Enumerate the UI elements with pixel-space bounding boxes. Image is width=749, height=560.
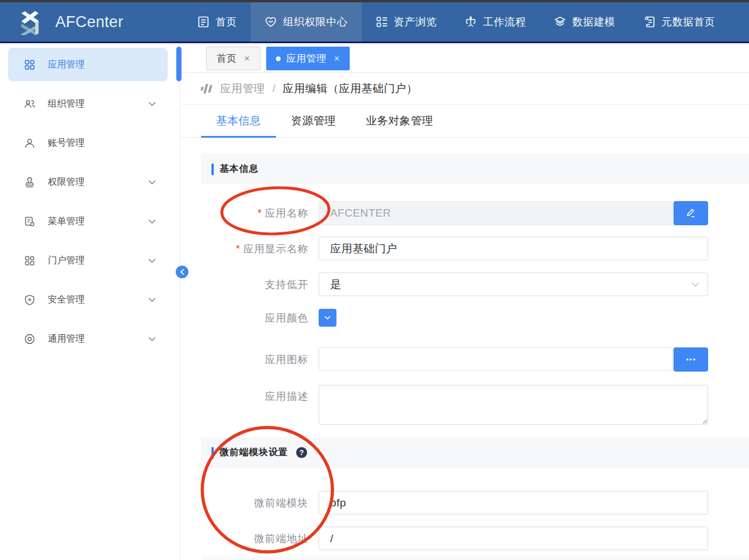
shield-plus-icon	[24, 294, 36, 306]
top-navigation: 首页 组织权限中心 资产浏览	[183, 2, 729, 41]
low-code-select-value[interactable]	[319, 273, 708, 296]
layers-icon	[554, 16, 566, 28]
edit-app-name-button[interactable]	[674, 201, 708, 225]
section-accent-bar	[211, 164, 214, 175]
logo-text: AFCenter	[55, 13, 123, 31]
field-label: 应用图标	[201, 353, 308, 366]
close-icon[interactable]: ×	[244, 54, 250, 63]
active-dot-icon	[276, 56, 281, 61]
chevron-down-icon	[691, 273, 700, 296]
help-question-icon[interactable]: ?	[296, 447, 307, 458]
breadcrumb-slant-bars-icon	[199, 83, 215, 94]
more-ellipsis-icon	[686, 358, 696, 361]
main-content: 首页 × 应用管理 × 应用管理 / 应用编辑（应用基础门户） 基本信息	[181, 43, 749, 560]
sidebar-item-permission-management[interactable]: 权限管理	[8, 165, 168, 199]
field-label: 支持低开	[201, 278, 308, 292]
sidebar-item-menu-management[interactable]: 菜单管理	[8, 205, 168, 238]
chevron-down-icon	[148, 180, 156, 185]
sidebar-active-indicator[interactable]	[176, 47, 181, 81]
sidebar-item-label: 应用管理	[48, 59, 85, 71]
tab-business-object-management[interactable]: 业务对象管理	[351, 105, 448, 137]
page-tab-label: 应用管理	[286, 52, 327, 65]
sidebar-collapse-button[interactable]	[176, 266, 188, 278]
sidebar: 应用管理 组织管理 账号管理	[0, 43, 180, 560]
topnav-item-metadata-home[interactable]: 元数据首页	[629, 2, 729, 41]
browse-app-icon-button[interactable]	[674, 347, 708, 372]
form-row-app-name: *应用名称	[201, 201, 749, 225]
chevron-down-icon	[148, 336, 156, 342]
page-tab-home[interactable]: 首页 ×	[206, 47, 260, 70]
low-code-select[interactable]	[319, 273, 708, 296]
topnav-item-asset-browse[interactable]: 资产浏览	[362, 2, 451, 41]
app-display-name-input[interactable]	[319, 237, 708, 260]
topnav-item-label: 首页	[215, 15, 237, 29]
window-top-strip	[0, 0, 749, 2]
tab-label: 基本信息	[216, 113, 261, 128]
field-label: 应用颜色	[201, 311, 308, 325]
tab-basic-info[interactable]: 基本信息	[201, 105, 276, 137]
section-accent-bar	[211, 447, 214, 459]
sidebar-item-label: 权限管理	[48, 176, 85, 188]
app-name-input[interactable]	[319, 201, 673, 225]
stamp-icon	[24, 176, 36, 188]
form-row-mfe-address: 微前端地址	[201, 527, 749, 550]
open-tabs-bar: 首页 × 应用管理 ×	[181, 43, 749, 73]
heart-smile-icon	[264, 16, 277, 28]
sidebar-item-label: 账号管理	[48, 137, 85, 149]
app-color-picker[interactable]	[319, 309, 336, 327]
portal-grid-icon	[24, 255, 36, 267]
menu-doc-icon	[24, 215, 36, 228]
sidebar-item-label: 安全管理	[48, 294, 85, 306]
section-header-next-partial	[201, 557, 749, 560]
app-edit-form: 基本信息 *应用名称 *应用显示名称 支持低开	[201, 154, 749, 560]
form-row-app-icon: 应用图标	[201, 347, 749, 372]
chevron-down-icon	[148, 101, 156, 107]
field-label: 微前端模块	[201, 496, 308, 510]
sidebar-item-label: 门户管理	[48, 255, 85, 267]
section-title: 微前端模块设置	[220, 447, 288, 459]
document-icon	[197, 16, 210, 28]
edit-pencil-icon	[685, 207, 697, 219]
app-description-textarea[interactable]	[319, 385, 708, 425]
app-header: AFCenter 首页 组织权限中心	[0, 2, 749, 43]
people-group-icon	[24, 98, 36, 110]
list-view-icon	[376, 16, 388, 28]
close-icon[interactable]: ×	[334, 54, 340, 63]
sidebar-item-label: 通用管理	[48, 333, 85, 345]
sidebar-item-label: 菜单管理	[48, 215, 85, 228]
topnav-item-label: 元数据首页	[661, 15, 716, 29]
section-header-basic-info: 基本信息	[201, 154, 749, 184]
sidebar-item-account-management[interactable]: 账号管理	[8, 126, 168, 160]
field-label: *应用显示名称	[201, 242, 308, 256]
topnav-item-data-modeling[interactable]: 数据建模	[540, 2, 629, 41]
logo[interactable]: AFCenter	[21, 9, 123, 35]
breadcrumb: 应用管理 / 应用编辑（应用基础门户）	[181, 73, 749, 105]
sidebar-item-app-management[interactable]: 应用管理	[8, 48, 168, 81]
chevron-left-icon	[180, 269, 184, 275]
tab-resource-management[interactable]: 资源管理	[276, 105, 351, 137]
topnav-item-home[interactable]: 首页	[183, 2, 251, 41]
form-row-app-color: 应用颜色	[201, 309, 749, 327]
breadcrumb-separator: /	[273, 83, 275, 94]
sidebar-item-portal-management[interactable]: 门户管理	[8, 244, 168, 277]
page-tab-app-management[interactable]: 应用管理 ×	[266, 47, 350, 70]
mfe-address-input[interactable]	[319, 527, 708, 550]
form-row-low-code-support: 支持低开	[201, 273, 749, 296]
scale-icon	[464, 16, 477, 28]
sidebar-item-org-management[interactable]: 组织管理	[8, 87, 168, 120]
tab-label: 资源管理	[291, 113, 336, 128]
form-row-app-display-name: *应用显示名称	[201, 237, 749, 260]
section-title: 基本信息	[220, 163, 259, 175]
topnav-item-workflow[interactable]: 工作流程	[451, 2, 540, 41]
topnav-item-org-permission-center[interactable]: 组织权限中心	[251, 2, 361, 41]
tab-label: 业务对象管理	[366, 113, 433, 128]
app-icon-input[interactable]	[319, 347, 673, 371]
mfe-module-input[interactable]	[319, 491, 708, 514]
person-icon	[24, 137, 36, 149]
chevron-down-icon	[148, 297, 156, 302]
sidebar-item-security-management[interactable]: 安全管理	[8, 283, 168, 316]
sidebar-item-general-management[interactable]: 通用管理	[8, 322, 168, 355]
section-header-mfe-settings: 微前端模块设置 ?	[201, 437, 749, 468]
breadcrumb-section[interactable]: 应用管理	[220, 81, 265, 96]
scroll-icon	[643, 16, 656, 28]
